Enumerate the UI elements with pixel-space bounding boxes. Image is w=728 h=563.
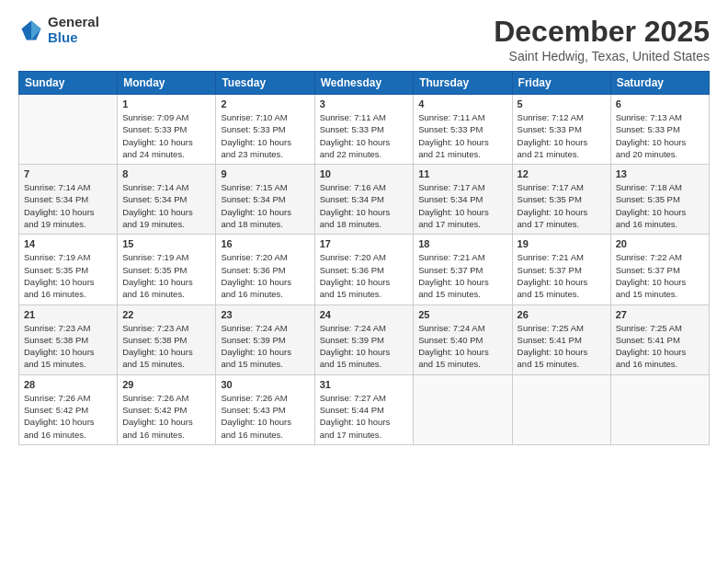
calendar-cell: 4Sunrise: 7:11 AMSunset: 5:33 PMDaylight… bbox=[414, 95, 512, 165]
calendar-cell bbox=[414, 374, 512, 444]
day-number: 15 bbox=[122, 238, 210, 249]
day-number: 8 bbox=[122, 168, 210, 179]
week-row-1: 1Sunrise: 7:09 AMSunset: 5:33 PMDaylight… bbox=[19, 95, 710, 165]
calendar: Sunday Monday Tuesday Wednesday Thursday… bbox=[18, 71, 710, 445]
day-number: 6 bbox=[616, 98, 704, 109]
day-number: 2 bbox=[221, 98, 309, 109]
calendar-cell: 19Sunrise: 7:21 AMSunset: 5:37 PMDayligh… bbox=[512, 235, 610, 304]
day-info: Sunrise: 7:13 AMSunset: 5:33 PMDaylight:… bbox=[616, 111, 704, 160]
day-number: 4 bbox=[418, 98, 506, 109]
week-row-4: 21Sunrise: 7:23 AMSunset: 5:38 PMDayligh… bbox=[19, 304, 710, 374]
logo-icon bbox=[18, 17, 44, 43]
calendar-cell: 7Sunrise: 7:14 AMSunset: 5:34 PMDaylight… bbox=[19, 165, 118, 235]
week-row-2: 7Sunrise: 7:14 AMSunset: 5:34 PMDaylight… bbox=[19, 165, 710, 235]
calendar-cell: 1Sunrise: 7:09 AMSunset: 5:33 PMDaylight… bbox=[118, 95, 216, 165]
calendar-cell: 22Sunrise: 7:23 AMSunset: 5:38 PMDayligh… bbox=[118, 304, 216, 374]
calendar-cell: 9Sunrise: 7:15 AMSunset: 5:34 PMDaylight… bbox=[216, 165, 314, 235]
calendar-cell: 17Sunrise: 7:20 AMSunset: 5:36 PMDayligh… bbox=[314, 235, 414, 304]
day-info: Sunrise: 7:26 AMSunset: 5:42 PMDaylight:… bbox=[122, 392, 210, 441]
day-info: Sunrise: 7:25 AMSunset: 5:41 PMDaylight:… bbox=[518, 322, 606, 371]
calendar-cell bbox=[19, 95, 118, 165]
header-tuesday: Tuesday bbox=[216, 72, 314, 95]
day-number: 12 bbox=[518, 168, 606, 179]
day-info: Sunrise: 7:21 AMSunset: 5:37 PMDaylight:… bbox=[418, 251, 506, 300]
day-number: 1 bbox=[122, 98, 210, 109]
day-info: Sunrise: 7:24 AMSunset: 5:39 PMDaylight:… bbox=[221, 322, 309, 371]
day-info: Sunrise: 7:25 AMSunset: 5:41 PMDaylight:… bbox=[616, 322, 704, 371]
calendar-cell: 2Sunrise: 7:10 AMSunset: 5:33 PMDaylight… bbox=[216, 95, 314, 165]
calendar-cell: 5Sunrise: 7:12 AMSunset: 5:33 PMDaylight… bbox=[512, 95, 610, 165]
page: General Blue December 2025 Saint Hedwig,… bbox=[0, 0, 728, 563]
logo-text: General Blue bbox=[48, 15, 99, 45]
day-number: 18 bbox=[418, 238, 506, 249]
day-info: Sunrise: 7:20 AMSunset: 5:36 PMDaylight:… bbox=[221, 251, 309, 300]
logo-blue-text: Blue bbox=[48, 30, 99, 46]
day-info: Sunrise: 7:16 AMSunset: 5:34 PMDaylight:… bbox=[320, 181, 409, 230]
day-number: 30 bbox=[221, 379, 309, 390]
day-number: 9 bbox=[221, 168, 309, 179]
calendar-cell bbox=[610, 374, 709, 444]
header-friday: Friday bbox=[512, 72, 610, 95]
calendar-cell: 6Sunrise: 7:13 AMSunset: 5:33 PMDaylight… bbox=[610, 95, 709, 165]
day-number: 7 bbox=[24, 168, 112, 179]
day-info: Sunrise: 7:26 AMSunset: 5:42 PMDaylight:… bbox=[24, 392, 112, 441]
day-number: 13 bbox=[616, 168, 704, 179]
calendar-cell: 20Sunrise: 7:22 AMSunset: 5:37 PMDayligh… bbox=[610, 235, 709, 304]
weekday-header-row: Sunday Monday Tuesday Wednesday Thursday… bbox=[19, 72, 710, 95]
subtitle: Saint Hedwig, Texas, United States bbox=[494, 49, 710, 63]
day-number: 23 bbox=[221, 309, 309, 320]
calendar-cell: 26Sunrise: 7:25 AMSunset: 5:41 PMDayligh… bbox=[512, 304, 610, 374]
day-info: Sunrise: 7:15 AMSunset: 5:34 PMDaylight:… bbox=[221, 181, 309, 230]
day-info: Sunrise: 7:17 AMSunset: 5:34 PMDaylight:… bbox=[418, 181, 506, 230]
header-thursday: Thursday bbox=[414, 72, 512, 95]
day-number: 29 bbox=[122, 379, 210, 390]
logo-general-text: General bbox=[48, 15, 99, 30]
day-number: 24 bbox=[320, 309, 409, 320]
calendar-cell: 15Sunrise: 7:19 AMSunset: 5:35 PMDayligh… bbox=[118, 235, 216, 304]
day-number: 16 bbox=[221, 238, 309, 249]
day-info: Sunrise: 7:14 AMSunset: 5:34 PMDaylight:… bbox=[122, 181, 210, 230]
day-number: 25 bbox=[418, 309, 506, 320]
calendar-cell: 30Sunrise: 7:26 AMSunset: 5:43 PMDayligh… bbox=[216, 374, 314, 444]
main-title: December 2025 bbox=[494, 15, 710, 49]
calendar-cell: 27Sunrise: 7:25 AMSunset: 5:41 PMDayligh… bbox=[610, 304, 709, 374]
day-number: 3 bbox=[320, 98, 409, 109]
day-number: 28 bbox=[24, 379, 112, 390]
header-saturday: Saturday bbox=[610, 72, 709, 95]
week-row-5: 28Sunrise: 7:26 AMSunset: 5:42 PMDayligh… bbox=[19, 374, 710, 444]
day-number: 19 bbox=[518, 238, 606, 249]
calendar-cell: 18Sunrise: 7:21 AMSunset: 5:37 PMDayligh… bbox=[414, 235, 512, 304]
day-info: Sunrise: 7:10 AMSunset: 5:33 PMDaylight:… bbox=[221, 111, 309, 160]
header-area: General Blue December 2025 Saint Hedwig,… bbox=[18, 15, 710, 63]
day-number: 17 bbox=[320, 238, 409, 249]
calendar-cell: 13Sunrise: 7:18 AMSunset: 5:35 PMDayligh… bbox=[610, 165, 709, 235]
calendar-cell: 24Sunrise: 7:24 AMSunset: 5:39 PMDayligh… bbox=[314, 304, 414, 374]
day-number: 26 bbox=[518, 309, 606, 320]
day-number: 5 bbox=[518, 98, 606, 109]
header-sunday: Sunday bbox=[19, 72, 118, 95]
day-info: Sunrise: 7:17 AMSunset: 5:35 PMDaylight:… bbox=[518, 181, 606, 230]
calendar-cell: 14Sunrise: 7:19 AMSunset: 5:35 PMDayligh… bbox=[19, 235, 118, 304]
day-info: Sunrise: 7:11 AMSunset: 5:33 PMDaylight:… bbox=[320, 111, 409, 160]
header-monday: Monday bbox=[118, 72, 216, 95]
week-row-3: 14Sunrise: 7:19 AMSunset: 5:35 PMDayligh… bbox=[19, 235, 710, 304]
calendar-cell: 8Sunrise: 7:14 AMSunset: 5:34 PMDaylight… bbox=[118, 165, 216, 235]
logo: General Blue bbox=[18, 15, 99, 45]
header-wednesday: Wednesday bbox=[314, 72, 414, 95]
day-info: Sunrise: 7:24 AMSunset: 5:40 PMDaylight:… bbox=[418, 322, 506, 371]
calendar-cell: 12Sunrise: 7:17 AMSunset: 5:35 PMDayligh… bbox=[512, 165, 610, 235]
calendar-cell: 21Sunrise: 7:23 AMSunset: 5:38 PMDayligh… bbox=[19, 304, 118, 374]
day-number: 11 bbox=[418, 168, 506, 179]
day-info: Sunrise: 7:23 AMSunset: 5:38 PMDaylight:… bbox=[122, 322, 210, 371]
title-area: December 2025 Saint Hedwig, Texas, Unite… bbox=[494, 15, 710, 63]
day-info: Sunrise: 7:21 AMSunset: 5:37 PMDaylight:… bbox=[518, 251, 606, 300]
calendar-cell: 29Sunrise: 7:26 AMSunset: 5:42 PMDayligh… bbox=[118, 374, 216, 444]
day-info: Sunrise: 7:22 AMSunset: 5:37 PMDaylight:… bbox=[616, 251, 704, 300]
day-number: 27 bbox=[616, 309, 704, 320]
day-info: Sunrise: 7:11 AMSunset: 5:33 PMDaylight:… bbox=[418, 111, 506, 160]
calendar-cell: 10Sunrise: 7:16 AMSunset: 5:34 PMDayligh… bbox=[314, 165, 414, 235]
day-info: Sunrise: 7:24 AMSunset: 5:39 PMDaylight:… bbox=[320, 322, 409, 371]
day-info: Sunrise: 7:12 AMSunset: 5:33 PMDaylight:… bbox=[518, 111, 606, 160]
day-number: 10 bbox=[320, 168, 409, 179]
day-info: Sunrise: 7:26 AMSunset: 5:43 PMDaylight:… bbox=[221, 392, 309, 441]
